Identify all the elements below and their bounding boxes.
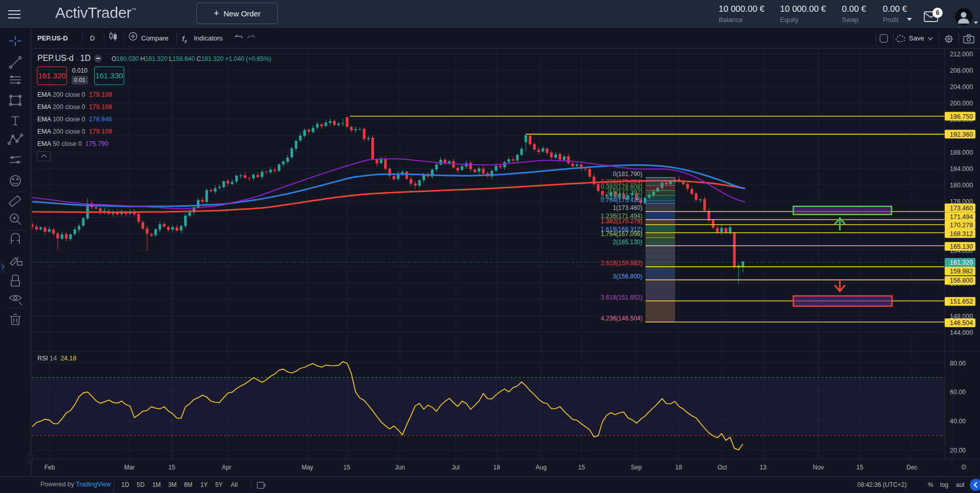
- svg-text:2.618(159.982): 2.618(159.982): [601, 260, 642, 267]
- svg-text:3(156.800): 3(156.800): [613, 273, 642, 280]
- svg-text:Nov: Nov: [813, 464, 823, 471]
- svg-text:171.494: 171.494: [950, 213, 973, 221]
- svg-text:192.360: 192.360: [950, 131, 973, 138]
- svg-text:1(173.460): 1(173.460): [613, 204, 642, 211]
- svg-text:144.000: 144.000: [950, 329, 973, 336]
- svg-text:Mar: Mar: [124, 464, 135, 471]
- svg-text:196.750: 196.750: [950, 113, 973, 120]
- svg-text:212.000: 212.000: [950, 51, 973, 58]
- svg-text:May: May: [302, 464, 314, 471]
- svg-text:60.00: 60.00: [950, 389, 966, 396]
- svg-text:20.00: 20.00: [950, 447, 966, 454]
- svg-text:Aug: Aug: [536, 464, 546, 471]
- svg-text:Sep: Sep: [631, 464, 642, 471]
- svg-text:180.000: 180.000: [950, 182, 973, 189]
- svg-text:184.000: 184.000: [950, 165, 973, 173]
- svg-text:3.618(151.652): 3.618(151.652): [601, 294, 642, 301]
- svg-text:200.000: 200.000: [950, 100, 973, 107]
- svg-text:2(165.130): 2(165.130): [613, 239, 642, 246]
- svg-text:Feb: Feb: [44, 464, 55, 471]
- svg-text:0.764(175.426): 0.764(175.426): [601, 197, 642, 204]
- svg-text:15: 15: [856, 464, 863, 471]
- svg-text:188.000: 188.000: [950, 149, 973, 156]
- svg-text:Oct: Oct: [718, 464, 727, 471]
- svg-text:156.800: 156.800: [950, 277, 973, 284]
- svg-text:18: 18: [493, 464, 500, 471]
- svg-text:146.504: 146.504: [950, 319, 973, 327]
- svg-text:159.982: 159.982: [950, 268, 973, 275]
- svg-text:15: 15: [168, 464, 175, 471]
- svg-text:4.236(146.504): 4.236(146.504): [601, 315, 642, 322]
- svg-text:208.000: 208.000: [950, 67, 973, 74]
- svg-text:165.130: 165.130: [950, 243, 973, 250]
- svg-text:168.312: 168.312: [950, 230, 973, 238]
- svg-text:161.320: 161.320: [950, 259, 973, 266]
- svg-text:1.764(167.096): 1.764(167.096): [601, 230, 642, 238]
- svg-text:1.382(170.278): 1.382(170.278): [601, 218, 642, 225]
- svg-text:18: 18: [675, 464, 682, 471]
- svg-text:204.000: 204.000: [950, 83, 973, 91]
- svg-text:Jul: Jul: [452, 464, 459, 471]
- svg-text:80.00: 80.00: [950, 360, 966, 367]
- svg-text:15: 15: [578, 464, 585, 471]
- svg-text:0(181.790): 0(181.790): [613, 170, 642, 178]
- svg-text:173.460: 173.460: [950, 205, 973, 212]
- svg-text:Apr: Apr: [222, 464, 232, 471]
- svg-text:170.278: 170.278: [950, 222, 973, 229]
- svg-text:15: 15: [343, 464, 350, 471]
- svg-text:151.652: 151.652: [950, 298, 973, 305]
- svg-text:Jun: Jun: [395, 464, 405, 471]
- svg-text:40.00: 40.00: [950, 418, 966, 425]
- svg-text:Dec: Dec: [906, 464, 917, 471]
- svg-text:13: 13: [760, 464, 767, 471]
- svg-text:⚙: ⚙: [961, 463, 967, 471]
